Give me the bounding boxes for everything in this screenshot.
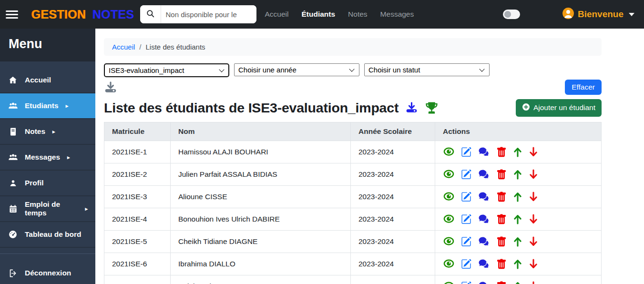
delete-icon[interactable] — [496, 214, 507, 225]
view-icon[interactable] — [443, 147, 455, 157]
sidebar-item-label: Profil — [25, 179, 44, 187]
cell-nom: Salah Mahamane DIALLO — [171, 275, 351, 284]
welcome-label: Bienvenue — [578, 9, 624, 20]
cell-annee-scolaire: 2023-2024 — [351, 208, 435, 231]
view-icon[interactable] — [443, 259, 455, 269]
nav-link-accueil[interactable]: Accueil — [265, 10, 289, 19]
move-up-icon[interactable] — [513, 169, 522, 180]
export-students-icon[interactable] — [405, 101, 418, 114]
view-icon[interactable] — [443, 169, 455, 180]
table-row: 2021ISE-2 Julien Parfait ASSALA BIDIAS 2… — [104, 163, 602, 186]
comments-icon[interactable] — [478, 147, 490, 158]
move-down-icon[interactable] — [529, 191, 538, 203]
status-select[interactable]: Choisir un statut — [364, 63, 490, 76]
hamburger-menu-icon[interactable] — [6, 10, 18, 19]
app-brand[interactable]: GESTION NOTES — [31, 8, 134, 21]
comments-icon[interactable] — [478, 192, 490, 203]
download-list-icon[interactable] — [104, 81, 117, 94]
move-down-icon[interactable] — [529, 213, 538, 225]
row-actions — [443, 191, 593, 203]
cell-actions — [435, 141, 602, 163]
brand-notes: NOTES — [92, 8, 134, 21]
main-content: Accueil / Liste des étudiants ISE3-evalu… — [95, 29, 644, 284]
row-actions — [443, 213, 593, 225]
view-icon[interactable] — [443, 236, 455, 247]
view-icon[interactable] — [443, 281, 455, 284]
delete-icon[interactable] — [496, 147, 507, 158]
theme-toggle[interactable] — [503, 10, 520, 19]
table-row: 2021ISE-3 Alioune CISSE 2023-2024 — [104, 186, 602, 208]
move-down-icon[interactable] — [529, 236, 538, 247]
toggle-knob — [504, 11, 511, 18]
cell-annee-scolaire: 2023-2024 — [351, 141, 435, 163]
edit-icon[interactable] — [461, 281, 471, 284]
move-up-icon[interactable] — [513, 236, 522, 247]
move-down-icon[interactable] — [529, 281, 538, 284]
add-student-button[interactable]: Ajouter un étudiant — [516, 99, 602, 117]
cell-nom: Julien Parfait ASSALA BIDIAS — [171, 163, 351, 186]
edit-icon[interactable] — [461, 259, 471, 269]
sidebar-item-emploi-de-temps[interactable]: Emploi de temps ▸ — [0, 196, 95, 222]
cell-nom: Ibrahima DIALLO — [171, 253, 351, 275]
move-down-icon[interactable] — [529, 258, 538, 270]
cell-nom: Bonouhion Ives Ulrich DABIRE — [171, 208, 351, 231]
chevron-right-icon: ▸ — [85, 206, 88, 212]
move-up-icon[interactable] — [513, 281, 522, 284]
delete-icon[interactable] — [496, 192, 507, 203]
comments-icon[interactable] — [478, 169, 490, 180]
table-row: 2021ISE-5 Cheikh Tidiane DIAGNE 2023-202… — [104, 231, 602, 253]
search-input[interactable] — [161, 5, 256, 23]
edit-icon[interactable] — [461, 169, 471, 180]
comments-icon[interactable] — [478, 281, 490, 284]
users-icon — [8, 101, 18, 111]
cell-matricule: 2021ISE-3 — [104, 186, 171, 208]
search-button[interactable] — [140, 5, 161, 23]
edit-icon[interactable] — [461, 192, 471, 202]
move-down-icon[interactable] — [529, 146, 538, 158]
clear-filters-button[interactable]: Effacer — [565, 80, 602, 95]
move-down-icon[interactable] — [529, 169, 538, 180]
edit-icon[interactable] — [461, 147, 471, 157]
move-up-icon[interactable] — [513, 191, 522, 203]
view-icon[interactable] — [443, 214, 455, 224]
dashboard-icon — [8, 230, 18, 239]
move-up-icon[interactable] — [513, 213, 522, 225]
nav-link-notes[interactable]: Notes — [348, 10, 368, 19]
delete-icon[interactable] — [496, 281, 507, 284]
user-menu[interactable]: Bienvenue — [562, 7, 634, 22]
sidebar-item-profil[interactable]: Profil — [0, 171, 95, 196]
sidebar-item-label: Notes — [25, 127, 45, 136]
sidebar-item-messages[interactable]: Messages ▸ — [0, 145, 95, 171]
header-matricule: Matricule — [104, 122, 171, 141]
comments-icon[interactable] — [478, 214, 490, 225]
delete-icon[interactable] — [496, 259, 507, 270]
comments-icon[interactable] — [478, 236, 490, 247]
header-actions: Actions — [435, 122, 602, 141]
filter-row: ISE3-evaluation_impact Choisir une année… — [104, 63, 602, 77]
cell-actions — [435, 186, 602, 208]
view-icon[interactable] — [443, 192, 455, 202]
user-avatar-icon — [562, 7, 574, 22]
sidebar-item-notes[interactable]: Notes ▸ — [0, 119, 95, 145]
comments-icon[interactable] — [478, 259, 490, 270]
calendar-icon — [8, 204, 18, 213]
trophy-icon[interactable] — [425, 101, 439, 115]
delete-icon[interactable] — [496, 236, 507, 247]
nav-link-messages[interactable]: Messages — [380, 10, 414, 19]
edit-icon[interactable] — [461, 236, 471, 247]
class-select[interactable]: ISE3-evaluation_impact — [104, 63, 229, 77]
breadcrumb-home-link[interactable]: Accueil — [112, 43, 135, 51]
cell-annee-scolaire: 2023-2024 — [351, 186, 435, 208]
sidebar-item-tableau-de-bord[interactable]: Tableau de bord — [0, 222, 95, 248]
delete-icon[interactable] — [496, 169, 507, 180]
year-select[interactable]: Choisir une année — [234, 63, 359, 76]
move-up-icon[interactable] — [513, 258, 522, 270]
sidebar-item-accueil[interactable]: Accueil — [0, 68, 95, 93]
move-up-icon[interactable] — [513, 146, 522, 158]
edit-icon[interactable] — [461, 214, 471, 224]
breadcrumb: Accueil / Liste des étudiants — [104, 38, 602, 56]
cell-matricule: 2021ISE-5 — [104, 231, 171, 253]
sidebar-item-etudiants[interactable]: Etudiants ▸ — [0, 93, 95, 119]
sidebar-item-deconnexion[interactable]: Déconnexion — [0, 260, 95, 284]
nav-link-etudiants[interactable]: Étudiants — [301, 10, 335, 19]
